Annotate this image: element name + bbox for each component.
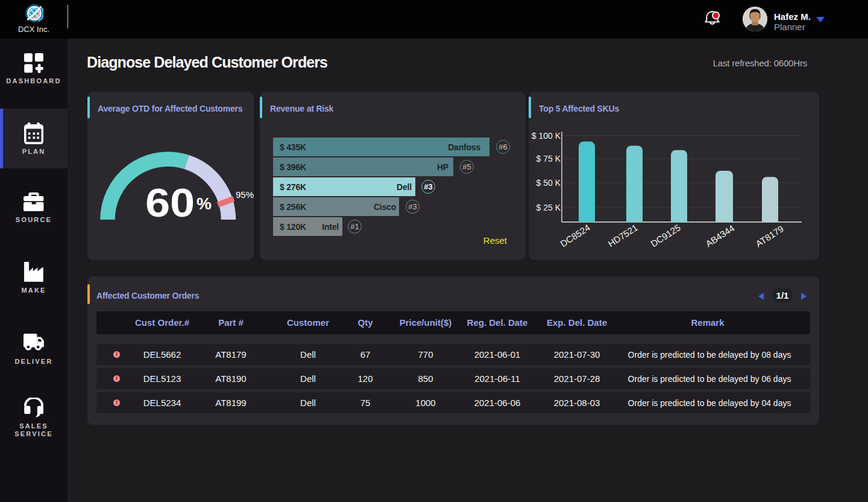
svg-text:95%: 95% [236,189,254,200]
svg-text:$ 50 K: $ 50 K [536,178,561,188]
svg-text:DC8524: DC8524 [558,222,591,249]
svg-text:$ 100 K: $ 100 K [532,131,561,141]
svg-text:AT8179: AT8179 [753,223,785,249]
svg-text:$ 25 K: $ 25 K [536,203,561,212]
svg-text:DC9125: DC9125 [649,222,682,249]
svg-text:AB4344: AB4344 [703,223,736,249]
svg-text:$ 75 K: $ 75 K [536,154,561,164]
svg-text:HD7521: HD7521 [606,222,639,249]
